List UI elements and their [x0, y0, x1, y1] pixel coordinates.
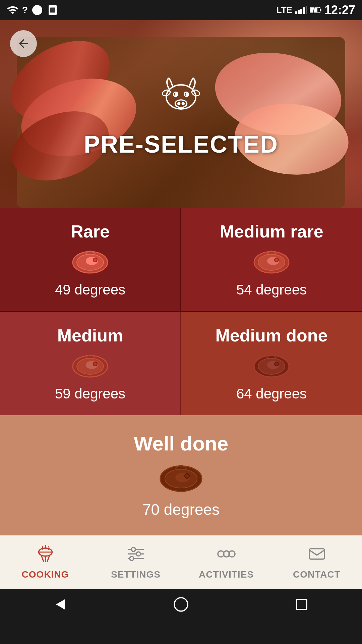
camera-icon [31, 4, 43, 16]
svg-point-41 [275, 363, 278, 365]
option-medium-done[interactable]: Medium done 64 degrees [181, 312, 362, 415]
svg-point-13 [162, 89, 171, 97]
svg-rect-6 [303, 7, 305, 14]
well-done-section[interactable]: Well done 70 degrees [0, 415, 362, 535]
medium-rare-title: Medium rare [220, 221, 323, 241]
android-back-icon [52, 596, 69, 613]
steak-icon-medium [70, 352, 110, 379]
medium-degrees: 59 degrees [55, 386, 125, 402]
well-done-degrees: 70 degrees [142, 500, 220, 519]
svg-point-36 [94, 363, 97, 365]
svg-point-17 [175, 94, 177, 95]
android-nav [0, 589, 362, 623]
steak-icon-medium-rare [251, 248, 292, 275]
cooking-label: COOKING [22, 569, 69, 580]
nav-item-activities[interactable]: ACTIVITIES [181, 540, 272, 585]
option-rare[interactable]: Rare 49 degrees [0, 208, 181, 312]
android-recent-icon [293, 596, 310, 613]
contact-label: CONTACT [293, 569, 341, 580]
activities-icon [217, 545, 236, 566]
svg-rect-64 [297, 599, 307, 609]
hero-title: PRE-SELECTED [84, 130, 278, 158]
grill-icon [36, 545, 55, 563]
svg-point-19 [175, 100, 187, 107]
steak-icon-medium-done [251, 352, 292, 379]
svg-point-21 [182, 103, 184, 105]
svg-rect-2 [50, 8, 55, 13]
back-button[interactable] [10, 30, 37, 57]
svg-point-18 [186, 94, 188, 95]
status-right-icons: LTE 12:27 [277, 3, 355, 17]
svg-rect-7 [306, 6, 307, 14]
hero-section: PRE-SELECTED [0, 20, 362, 208]
svg-rect-61 [309, 549, 324, 559]
svg-point-14 [191, 89, 200, 97]
medium-rare-degrees: 54 degrees [236, 282, 307, 298]
envelope-icon [308, 545, 326, 563]
question-mark: ? [22, 5, 28, 15]
steak-icon-rare [70, 248, 110, 275]
svg-line-50 [47, 556, 49, 561]
nav-item-contact[interactable]: CONTACT [272, 540, 362, 585]
svg-marker-62 [56, 599, 65, 609]
svg-rect-4 [298, 10, 300, 14]
android-back-btn[interactable] [52, 596, 69, 616]
rare-degrees: 49 degrees [55, 282, 125, 298]
svg-point-20 [178, 103, 180, 105]
status-bar: ? LTE 12:27 [0, 0, 362, 20]
android-home-icon [173, 596, 189, 613]
wifi-icon [7, 4, 19, 16]
circles-icon [217, 545, 236, 563]
clock: 12:27 [324, 3, 355, 17]
options-grid: Rare 49 degrees Medium rare 54 degrees M… [0, 208, 362, 415]
contact-icon [308, 545, 326, 566]
svg-point-12 [166, 85, 196, 109]
svg-rect-3 [295, 11, 297, 14]
rare-title: Rare [71, 221, 110, 241]
medium-title: Medium [57, 325, 123, 345]
svg-point-26 [94, 259, 97, 261]
svg-rect-5 [300, 9, 302, 14]
cow-icon [154, 70, 208, 124]
nav-item-cooking[interactable]: COOKING [0, 540, 90, 585]
sim-icon [47, 4, 59, 16]
svg-rect-9 [320, 9, 321, 11]
svg-point-63 [174, 598, 188, 611]
option-medium-rare[interactable]: Medium rare 54 degrees [181, 208, 362, 312]
activities-label: ACTIVITIES [199, 569, 254, 580]
svg-point-53 [131, 547, 135, 551]
well-done-title: Well done [134, 432, 228, 455]
sliders-icon [127, 545, 145, 563]
svg-point-46 [185, 475, 189, 477]
status-left-icons: ? [7, 4, 59, 16]
nav-item-settings[interactable]: SETTINGS [90, 540, 181, 585]
hero-content: PRE-SELECTED [84, 70, 278, 158]
android-home-btn[interactable] [173, 596, 189, 616]
svg-point-0 [32, 5, 42, 15]
svg-line-49 [42, 556, 44, 561]
signal-icon [295, 6, 307, 14]
settings-icon [127, 545, 145, 566]
battery-icon [310, 6, 322, 14]
settings-label: SETTINGS [111, 569, 161, 580]
svg-point-31 [275, 259, 278, 261]
option-medium[interactable]: Medium 59 degrees [0, 312, 181, 415]
medium-done-title: Medium done [215, 325, 327, 345]
android-recent-btn[interactable] [293, 596, 310, 616]
steak-icon-well-done [158, 462, 204, 494]
svg-point-55 [136, 552, 140, 556]
svg-point-57 [130, 556, 134, 560]
cooking-icon [36, 545, 55, 566]
medium-done-degrees: 64 degrees [236, 386, 307, 402]
lte-label: LTE [277, 5, 292, 15]
back-arrow-icon [17, 37, 30, 50]
bottom-nav: COOKING SETTINGS ACTIVITI [0, 535, 362, 589]
